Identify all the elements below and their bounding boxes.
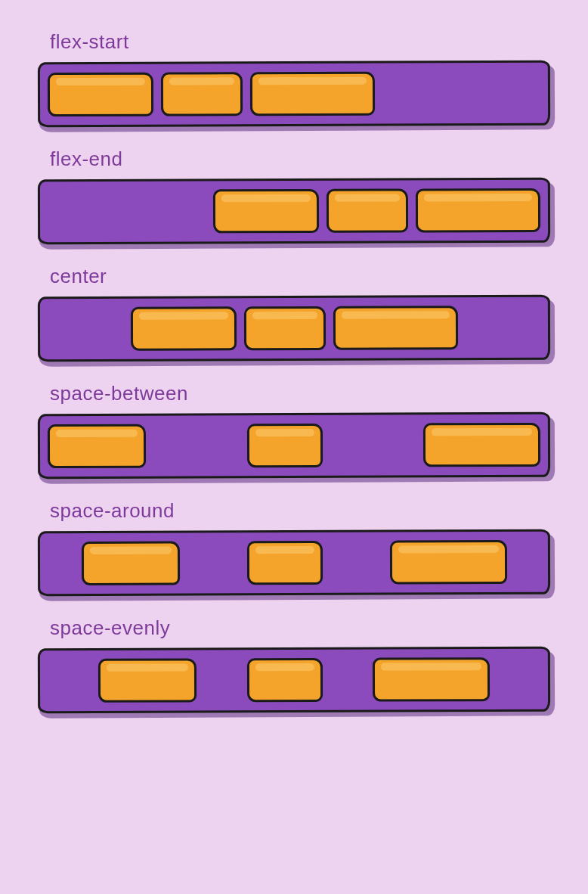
label-flex-start: flex-start	[50, 30, 550, 54]
flex-item	[333, 306, 457, 350]
flex-item	[246, 658, 322, 702]
flex-item	[213, 189, 319, 233]
flex-container	[38, 647, 550, 713]
container-wrap	[38, 296, 550, 361]
container-wrap	[38, 413, 550, 478]
label-space-evenly: space-evenly	[50, 616, 550, 640]
flex-item	[416, 188, 540, 233]
label-space-around: space-around	[50, 499, 550, 523]
flex-item	[246, 541, 322, 585]
container-wrap	[38, 178, 550, 244]
example-flex-start: flex-start	[38, 30, 550, 126]
flex-container	[38, 412, 550, 479]
flex-item	[81, 542, 179, 585]
flex-item	[130, 306, 236, 350]
flex-container	[38, 178, 550, 244]
flex-item	[161, 72, 243, 116]
flex-item	[373, 657, 490, 702]
flex-container	[38, 61, 550, 127]
flex-item	[246, 424, 322, 467]
flex-item	[98, 658, 197, 702]
flex-item	[48, 424, 146, 468]
label-space-between: space-between	[50, 382, 550, 405]
label-flex-end: flex-end	[50, 147, 550, 171]
example-space-between: space-between	[38, 382, 550, 478]
flex-item	[326, 188, 408, 232]
flex-container	[38, 295, 550, 362]
flex-item	[243, 306, 325, 350]
flex-item	[48, 73, 153, 116]
example-space-around: space-around	[38, 499, 550, 595]
flex-item	[250, 72, 375, 116]
example-center: center	[38, 265, 550, 361]
flex-item	[389, 540, 506, 585]
container-wrap	[38, 61, 550, 126]
label-center: center	[50, 265, 550, 288]
example-space-evenly: space-evenly	[38, 616, 550, 712]
flex-item	[423, 423, 540, 467]
container-wrap	[38, 647, 550, 712]
flex-container	[38, 529, 550, 596]
container-wrap	[38, 530, 550, 595]
example-flex-end: flex-end	[38, 147, 550, 244]
